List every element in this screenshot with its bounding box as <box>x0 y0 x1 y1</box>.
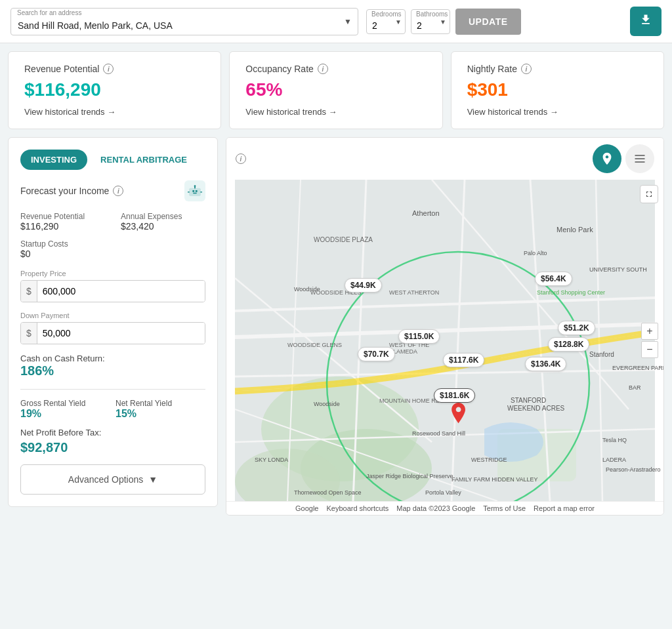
svg-text:EVERGREEN PARK: EVERGREEN PARK <box>612 365 663 371</box>
occupancy-info-icon[interactable]: i <box>318 64 328 74</box>
svg-text:Jasper Ridge Biological Preser: Jasper Ridge Biological Preserve <box>366 473 453 479</box>
svg-text:Atherton: Atherton <box>412 209 440 217</box>
price-label-5[interactable]: $51.2K <box>558 321 595 335</box>
controls: Bedrooms 2134 ▼ Bathrooms 2134 ▼ UPDATE <box>366 9 521 35</box>
coc-value: 186% <box>20 363 205 378</box>
bathrooms-arrow-icon: ▼ <box>440 18 446 25</box>
main-content: INVESTING RENTAL ARBITRAGE Forecast your… <box>8 137 664 516</box>
forecast-info-icon[interactable]: i <box>113 186 123 196</box>
bathrooms-label: Bathrooms <box>416 10 448 18</box>
header: Search for an address ▼ Bedrooms 2134 ▼ … <box>0 0 672 43</box>
search-container: Search for an address ▼ <box>10 8 358 35</box>
down-payment-input[interactable] <box>37 323 205 344</box>
svg-text:STANFORD: STANFORD <box>511 397 546 404</box>
svg-text:WEEKEND ACRES: WEEKEND ACRES <box>507 405 565 412</box>
revenue-info-icon[interactable]: i <box>103 64 114 74</box>
zoom-in-button[interactable]: + <box>641 323 658 340</box>
svg-text:WOODSIDE PLAZA: WOODSIDE PLAZA <box>314 236 373 243</box>
gross-yield-value: 19% <box>20 408 110 420</box>
svg-text:Palo Alto: Palo Alto <box>524 250 547 256</box>
map-container[interactable]: Atherton Menlo Park WOODSIDE PLAZA WOODS… <box>226 180 663 501</box>
map-zoom-controls: + − <box>641 323 658 358</box>
bedrooms-label: Bedrooms <box>371 10 402 18</box>
robot-icon[interactable] <box>184 180 205 201</box>
expand-map-button[interactable] <box>640 185 658 203</box>
down-payment-input-wrapper: $ <box>20 322 205 344</box>
svg-text:Woodside: Woodside <box>294 286 320 293</box>
occupancy-value: 65% <box>245 79 426 100</box>
price-label-8[interactable]: $136.4K <box>525 357 566 371</box>
price-label-1[interactable]: $44.9K <box>345 278 382 293</box>
occupancy-title: Occupancy Rate i <box>245 64 426 74</box>
advanced-arrow-icon: ▼ <box>148 474 158 485</box>
coc-section: Cash on Cash Return: 186% <box>20 354 205 378</box>
nightly-info-icon[interactable]: i <box>521 64 532 74</box>
svg-rect-1 <box>192 190 194 192</box>
net-yield-value: 15% <box>116 408 205 420</box>
svg-text:LADERA: LADERA <box>602 457 626 463</box>
svg-text:Pearson-Arastradero: Pearson-Arastradero <box>606 466 661 473</box>
investing-tab[interactable]: INVESTING <box>20 150 87 170</box>
map-footer: Google Keyboard shortcuts Map data ©2023… <box>226 501 663 515</box>
zoom-out-button[interactable]: − <box>641 341 658 358</box>
price-label-3[interactable]: $115.0K <box>398 329 440 344</box>
update-button[interactable]: UPDATE <box>455 9 521 35</box>
forecast-header: Forecast your Income i <box>20 180 205 201</box>
yield-grid: Gross Rental Yield 19% Net Rental Yield … <box>20 399 205 420</box>
revenue-potential-card: Revenue Potential i $116,290 View histor… <box>8 51 221 129</box>
stats-grid: Revenue Potential $116,290 Annual Expens… <box>20 212 205 259</box>
svg-rect-2 <box>196 190 198 192</box>
map-pin-icon <box>600 152 614 166</box>
metrics-row: Revenue Potential i $116,290 View histor… <box>8 51 664 129</box>
price-label-2[interactable]: $56.4K <box>535 272 572 286</box>
map-pin-button[interactable] <box>593 144 621 173</box>
property-price-label: Property Price <box>20 270 205 277</box>
forecast-title: Forecast your Income i <box>20 186 123 196</box>
svg-text:WESTRIDGE: WESTRIDGE <box>471 457 507 463</box>
property-price-prefix: $ <box>21 281 37 302</box>
map-report[interactable]: Report a map error <box>534 504 595 512</box>
tab-buttons: INVESTING RENTAL ARBITRAGE <box>20 150 205 170</box>
price-label-4[interactable]: $70.7K <box>358 347 395 361</box>
nightly-value: $301 <box>467 79 648 100</box>
price-label-6[interactable]: $128.8K <box>548 337 589 352</box>
down-payment-label: Down Payment <box>20 312 205 319</box>
search-dropdown-arrow-icon[interactable]: ▼ <box>344 17 352 26</box>
map-svg: Atherton Menlo Park WOODSIDE PLAZA WOODS… <box>226 180 663 501</box>
svg-text:WEST ATHERTON: WEST ATHERTON <box>389 289 439 296</box>
download-icon <box>639 13 652 26</box>
expand-icon <box>644 190 654 199</box>
bedrooms-group: Bedrooms 2134 ▼ <box>366 9 406 34</box>
map-google-label: Google <box>295 504 318 512</box>
download-button[interactable] <box>630 7 662 36</box>
svg-text:MOUNTAIN HOME RD: MOUNTAIN HOME RD <box>379 397 440 404</box>
nightly-historical-link[interactable]: View historical trends → <box>467 107 648 117</box>
revenue-historical-link[interactable]: View historical trends → <box>24 107 205 117</box>
rental-arbitrage-tab[interactable]: RENTAL ARBITRAGE <box>90 150 198 170</box>
svg-text:Portola Valley: Portola Valley <box>425 489 461 496</box>
map-list-button[interactable] <box>625 144 654 173</box>
map-info-icon[interactable]: i <box>236 153 246 164</box>
svg-text:Menlo Park: Menlo Park <box>556 226 593 233</box>
map-shortcuts[interactable]: Keyboard shortcuts <box>326 504 388 512</box>
down-payment-group: Down Payment $ <box>20 312 205 344</box>
bathrooms-group: Bathrooms 2134 ▼ <box>411 9 450 34</box>
map-terms[interactable]: Terms of Use <box>483 504 526 512</box>
startup-costs-stat: Startup Costs $0 <box>20 239 105 259</box>
net-profit-section: Net Profit Before Tax: $92,870 <box>20 428 205 455</box>
gross-yield-section: Gross Rental Yield 19% <box>20 399 110 420</box>
annual-expenses-stat: Annual Expenses $23,420 <box>121 212 205 232</box>
advanced-options-button[interactable]: Advanced Options ▼ <box>20 464 205 495</box>
property-price-group: Property Price $ <box>20 270 205 302</box>
occupancy-rate-card: Occupancy Rate i 65% View historical tre… <box>229 51 442 129</box>
search-label: Search for an address <box>17 9 81 16</box>
property-price-input[interactable] <box>37 281 205 302</box>
map-copyright: Map data ©2023 Google <box>396 504 475 512</box>
svg-rect-0 <box>190 188 201 195</box>
bedrooms-arrow-icon: ▼ <box>395 18 402 25</box>
occupancy-historical-link[interactable]: View historical trends → <box>245 107 426 117</box>
price-label-7[interactable]: $117.6K <box>443 353 484 367</box>
nightly-rate-card: Nightly Rate i $301 View historical tren… <box>451 51 664 129</box>
price-label-main[interactable]: $181.6K <box>434 388 475 403</box>
svg-point-5 <box>194 185 196 187</box>
